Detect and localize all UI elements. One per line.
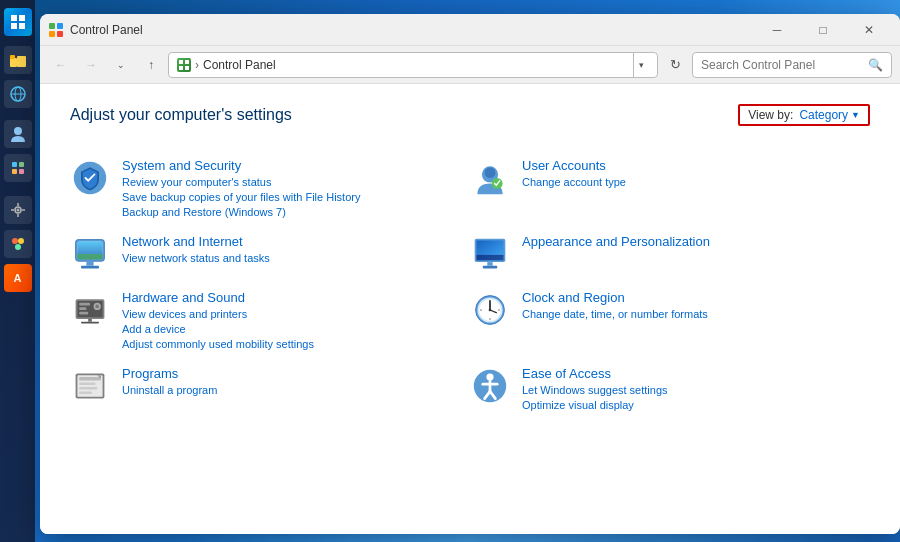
- clock-link1[interactable]: Change date, time, or number formats: [522, 308, 708, 320]
- close-button[interactable]: ✕: [846, 14, 892, 46]
- category-user-accounts[interactable]: User Accounts Change account type: [470, 150, 870, 226]
- svg-rect-72: [79, 391, 92, 394]
- svg-rect-41: [77, 254, 102, 259]
- refresh-button[interactable]: ↻: [662, 52, 688, 78]
- accessibility-link2[interactable]: Optimize visual display: [522, 399, 668, 411]
- accessibility-text: Ease of Access Let Windows suggest setti…: [522, 366, 668, 411]
- hardware-link1[interactable]: View devices and printers: [122, 308, 314, 320]
- svg-rect-26: [49, 31, 55, 37]
- title-bar: Control Panel ─ □ ✕: [40, 14, 900, 46]
- svg-rect-27: [57, 31, 63, 37]
- clock-title[interactable]: Clock and Region: [522, 290, 708, 305]
- clock-text: Clock and Region Change date, time, or n…: [522, 290, 708, 320]
- taskbar-icon-store[interactable]: [4, 154, 32, 182]
- accessibility-title[interactable]: Ease of Access: [522, 366, 668, 381]
- search-box[interactable]: 🔍: [692, 52, 892, 78]
- svg-rect-52: [79, 312, 88, 315]
- address-input[interactable]: › Control Panel ▾: [168, 52, 658, 78]
- svg-point-23: [15, 244, 21, 250]
- page-header: Adjust your computer's settings View by:…: [70, 104, 870, 126]
- svg-rect-12: [19, 162, 24, 167]
- category-hardware[interactable]: Hardware and Sound View devices and prin…: [70, 282, 470, 358]
- svg-rect-70: [79, 382, 95, 385]
- up-folder-button[interactable]: ↑: [138, 52, 164, 78]
- category-accessibility[interactable]: Ease of Access Let Windows suggest setti…: [470, 358, 870, 419]
- dropdown-arrow-icon: ▼: [851, 110, 860, 120]
- system-security-link2[interactable]: Save backup copies of your files with Fi…: [122, 191, 360, 203]
- system-security-text: System and Security Review your computer…: [122, 158, 360, 218]
- svg-rect-30: [179, 66, 183, 70]
- svg-rect-71: [79, 387, 97, 390]
- clock-icon: [470, 290, 510, 330]
- user-accounts-title[interactable]: User Accounts: [522, 158, 626, 173]
- svg-rect-1: [19, 15, 25, 21]
- breadcrumb-icon: [177, 58, 191, 72]
- taskbar-icon-browser[interactable]: [4, 80, 32, 108]
- window-title: Control Panel: [70, 23, 754, 37]
- hardware-title[interactable]: Hardware and Sound: [122, 290, 314, 305]
- taskbar: A: [0, 0, 35, 542]
- category-network[interactable]: Network and Internet View network status…: [70, 226, 470, 282]
- svg-rect-50: [79, 303, 90, 306]
- category-system-security[interactable]: System and Security Review your computer…: [70, 150, 470, 226]
- taskbar-icon-settings[interactable]: [4, 196, 32, 224]
- view-by-control[interactable]: View by: Category ▼: [738, 104, 870, 126]
- category-clock[interactable]: Clock and Region Change date, time, or n…: [470, 282, 870, 358]
- appearance-icon: [470, 234, 510, 274]
- address-bar: ← → ⌄ ↑ › Control Panel ▾ ↻: [40, 46, 900, 84]
- svg-rect-29: [185, 60, 189, 64]
- svg-rect-3: [19, 23, 25, 29]
- svg-point-34: [485, 167, 496, 178]
- taskbar-icon-explorer[interactable]: [4, 46, 32, 74]
- svg-rect-25: [57, 23, 63, 29]
- svg-point-22: [18, 238, 24, 244]
- view-by-label: View by:: [748, 108, 793, 122]
- window-controls: ─ □ ✕: [754, 14, 892, 46]
- svg-rect-2: [11, 23, 17, 29]
- view-by-dropdown[interactable]: Category ▼: [799, 108, 860, 122]
- back-button[interactable]: ←: [48, 52, 74, 78]
- category-appearance[interactable]: Appearance and Personalization: [470, 226, 870, 282]
- programs-title[interactable]: Programs: [122, 366, 217, 381]
- system-security-icon: [70, 158, 110, 198]
- svg-rect-28: [179, 60, 183, 64]
- network-text: Network and Internet View network status…: [122, 234, 270, 264]
- category-programs[interactable]: Programs Uninstall a program: [70, 358, 470, 419]
- hardware-link3[interactable]: Adjust commonly used mobility settings: [122, 338, 314, 350]
- history-dropdown-button[interactable]: ⌄: [108, 52, 134, 78]
- svg-point-16: [16, 209, 19, 212]
- network-link1[interactable]: View network status and tasks: [122, 252, 270, 264]
- page-title: Adjust your computer's settings: [70, 106, 292, 124]
- search-input[interactable]: [701, 58, 864, 72]
- taskbar-icon-avast[interactable]: A: [4, 264, 32, 292]
- window-icon: [48, 22, 64, 38]
- taskbar-icon-user[interactable]: [4, 120, 32, 148]
- system-security-title[interactable]: System and Security: [122, 158, 360, 173]
- system-security-link1[interactable]: Review your computer's status: [122, 176, 360, 188]
- svg-point-21: [12, 238, 18, 244]
- maximize-button[interactable]: □: [800, 14, 846, 46]
- system-security-link3[interactable]: Backup and Restore (Windows 7): [122, 206, 360, 218]
- network-title[interactable]: Network and Internet: [122, 234, 270, 249]
- categories-grid: System and Security Review your computer…: [70, 150, 870, 419]
- start-button[interactable]: [4, 8, 32, 36]
- address-dropdown-button[interactable]: ▾: [633, 52, 649, 78]
- forward-button[interactable]: →: [78, 52, 104, 78]
- svg-rect-46: [483, 266, 497, 269]
- search-icon[interactable]: 🔍: [868, 58, 883, 72]
- user-accounts-link1[interactable]: Change account type: [522, 176, 626, 188]
- accessibility-icon: [470, 366, 510, 406]
- taskbar-icon-photos[interactable]: [4, 230, 32, 258]
- svg-rect-11: [12, 162, 17, 167]
- svg-rect-0: [11, 15, 17, 21]
- hardware-text: Hardware and Sound View devices and prin…: [122, 290, 314, 350]
- appearance-title[interactable]: Appearance and Personalization: [522, 234, 710, 249]
- svg-rect-51: [79, 307, 86, 310]
- hardware-link2[interactable]: Add a device: [122, 323, 314, 335]
- svg-point-54: [95, 305, 99, 309]
- minimize-button[interactable]: ─: [754, 14, 800, 46]
- svg-rect-13: [12, 169, 17, 174]
- accessibility-link1[interactable]: Let Windows suggest settings: [522, 384, 668, 396]
- user-accounts-text: User Accounts Change account type: [522, 158, 626, 188]
- programs-link1[interactable]: Uninstall a program: [122, 384, 217, 396]
